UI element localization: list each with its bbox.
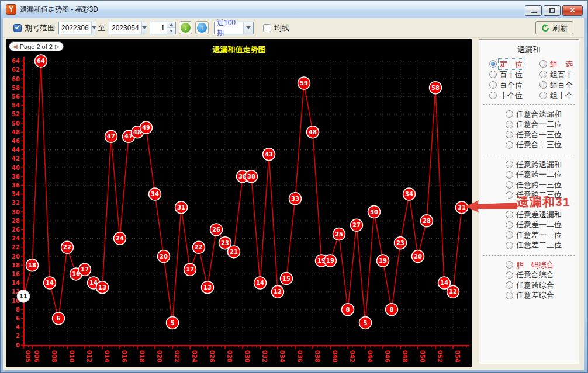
svg-text:21: 21: [230, 249, 238, 255]
svg-text:12: 12: [274, 288, 282, 295]
sidebar-radio-item[interactable]: 组 选: [539, 60, 577, 68]
radio-icon: [506, 221, 513, 229]
svg-text:19: 19: [326, 257, 334, 264]
sidebar-group: 任意合遗漏和任意合一二位任意合一三位任意合二三位: [479, 109, 579, 150]
close-button[interactable]: ×: [562, 5, 583, 16]
sidebar-radio-item[interactable]: 任意合一三位: [506, 130, 579, 140]
sidebar-radio-item[interactable]: 任意跨遗漏和: [506, 159, 579, 170]
sidebar-radio-item[interactable]: 组百个: [539, 81, 577, 89]
svg-text:30: 30: [370, 209, 378, 215]
sidebar-radio-item[interactable]: 任意差遗漏和: [506, 210, 579, 220]
maximize-icon: [549, 8, 555, 13]
svg-text:15: 15: [282, 276, 290, 282]
sidebar-radio-item[interactable]: 百十位: [489, 70, 539, 79]
svg-text:23: 23: [221, 240, 229, 246]
period-start-combobox[interactable]: 2022306: [58, 22, 95, 34]
toolbar: 期号范围 2022306 至 2023054 1 ↓ ↑ 近100期: [3, 18, 584, 38]
page-down-button[interactable]: ↓: [179, 21, 192, 34]
sidebar-radio-item[interactable]: 百个位: [489, 81, 539, 89]
dropdown-button[interactable]: [91, 22, 96, 34]
period-start-value: 2022306: [59, 24, 91, 32]
sidebar-radio-item[interactable]: 任意合一二位: [506, 120, 579, 130]
data-point: 34: [149, 188, 161, 200]
svg-text:13: 13: [98, 284, 106, 291]
radio-icon: [506, 131, 513, 138]
sidebar-radio-item[interactable]: 任意跨一三位: [506, 180, 579, 190]
sidebar-radio-item[interactable]: 定 位: [489, 60, 539, 68]
recent-periods-combobox[interactable]: 近100期: [214, 22, 254, 34]
data-point: 14: [44, 277, 56, 289]
data-point: 5: [167, 317, 179, 329]
sidebar-radio-item[interactable]: 任意差一二位: [506, 220, 579, 231]
sidebar-group: 任意跨遗漏和任意跨一二位任意跨一三位任意跨二三位: [479, 159, 579, 200]
radio-label: 组十个: [550, 90, 573, 101]
pager-prev-icon[interactable]: ◀: [13, 44, 18, 50]
moving-average-checkbox[interactable]: [263, 24, 271, 32]
radio-icon: [506, 171, 513, 179]
svg-text:24: 24: [116, 235, 124, 242]
svg-text:13: 13: [203, 284, 212, 291]
data-point: 12: [272, 285, 284, 298]
data-point: 64: [35, 55, 47, 67]
trend-chart: 0050060080100120140160180200220240260280…: [6, 39, 472, 367]
sidebar-radio-item[interactable]: 组十个: [539, 91, 577, 100]
app-window: Y 遗漏和值走势图 - 福彩3D × 期号范围 2022306 至 202305…: [0, 0, 588, 373]
step-spinner[interactable]: 1: [150, 22, 176, 34]
data-point: 13: [202, 281, 214, 294]
spin-up-button[interactable]: [167, 22, 175, 29]
sidebar-radio-item[interactable]: 任意跨一二位: [506, 170, 579, 180]
svg-text:32: 32: [12, 200, 20, 206]
chevron-down-icon: [246, 26, 251, 29]
sidebar-radio-item[interactable]: 任意跨二三位: [506, 190, 579, 201]
spin-down-button[interactable]: [167, 28, 175, 34]
dropdown-button[interactable]: [243, 22, 253, 34]
pager-next-icon[interactable]: ▷: [55, 44, 60, 50]
radio-label: 百十位: [500, 69, 523, 80]
sidebar-radio-item[interactable]: 组百十: [539, 70, 577, 79]
data-point: 31: [456, 201, 468, 214]
svg-text:024: 024: [191, 350, 198, 362]
data-point: 22: [193, 241, 205, 253]
svg-text:034: 034: [279, 350, 285, 362]
sidebar-radio-item[interactable]: 任意合二三位: [506, 140, 579, 151]
svg-text:26: 26: [212, 226, 220, 233]
svg-text:22: 22: [12, 244, 20, 250]
sidebar-radio-item[interactable]: 任意差一三位: [506, 230, 579, 240]
svg-text:58: 58: [12, 85, 20, 91]
sidebar-radio-item[interactable]: 任意合遗漏和: [506, 109, 579, 120]
data-point: 58: [430, 82, 442, 94]
sidebar-radio-item[interactable]: 任意跨综合: [506, 280, 579, 291]
svg-text:47: 47: [107, 133, 115, 140]
sidebar-radio-item[interactable]: 十个位: [489, 91, 539, 100]
svg-text:040: 040: [331, 350, 338, 362]
sidebar-radio-item[interactable]: 任意差二三位: [506, 240, 579, 251]
refresh-button[interactable]: 刷新: [535, 21, 573, 34]
sidebar-radio-item[interactable]: 胆 码综合: [506, 260, 579, 270]
radio-label: 组 选: [550, 59, 573, 69]
radio-label: 任意跨综合: [516, 280, 554, 291]
radio-label: 胆 码综合: [516, 260, 554, 270]
minimize-button[interactable]: [525, 5, 542, 16]
page-up-button[interactable]: ↑: [195, 21, 209, 34]
maximize-button[interactable]: [544, 5, 561, 16]
svg-text:14: 14: [440, 280, 448, 286]
svg-text:36: 36: [12, 182, 20, 189]
svg-text:4: 4: [16, 324, 20, 330]
svg-text:40: 40: [12, 165, 20, 171]
sidebar-radio-item[interactable]: 任意差综合: [506, 291, 579, 301]
svg-text:14: 14: [12, 280, 20, 286]
svg-text:6: 6: [57, 315, 61, 322]
period-end-combobox[interactable]: 2023054: [109, 22, 145, 34]
dropdown-button[interactable]: [141, 22, 147, 34]
svg-text:010: 010: [68, 350, 75, 362]
svg-text:6: 6: [16, 315, 20, 322]
svg-text:026: 026: [209, 350, 215, 362]
period-range-checkbox[interactable]: [13, 24, 22, 32]
sidebar-radio-item[interactable]: 任意合综合: [506, 270, 579, 281]
svg-text:032: 032: [261, 350, 268, 362]
svg-text:5: 5: [171, 320, 175, 326]
svg-text:050: 050: [419, 350, 426, 362]
sidebar-groups: 任意合遗漏和任意合一二位任意合一三位任意合二三位任意跨遗漏和任意跨一二位任意跨一…: [479, 104, 579, 301]
data-point: 33: [289, 193, 302, 205]
data-point: 17: [184, 263, 196, 276]
